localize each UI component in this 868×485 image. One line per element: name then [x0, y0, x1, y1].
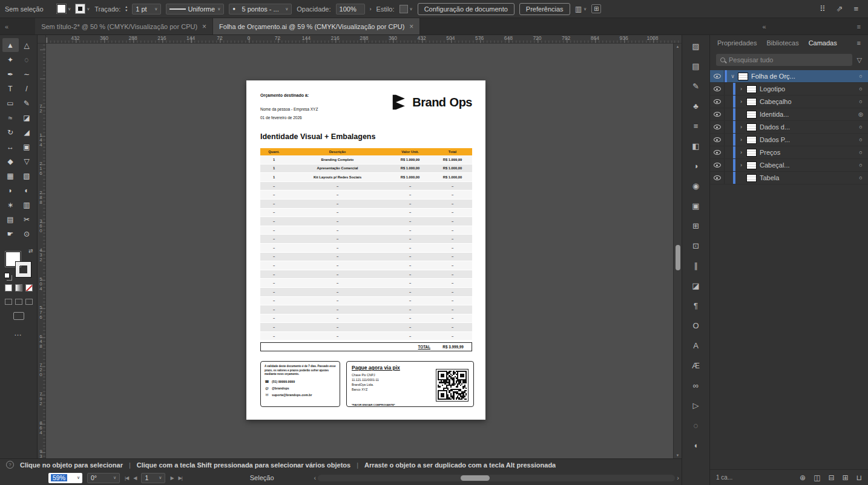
stroke-weight-stepper[interactable]: ▴ ▾	[125, 5, 127, 12]
stepper-down-icon[interactable]: ▾	[125, 9, 127, 12]
paintbrush-tool[interactable]: ✎	[19, 96, 35, 110]
layer-row[interactable]: ›Dados P...○	[710, 134, 868, 146]
none-button[interactable]	[25, 284, 33, 291]
vertical-scrollbar[interactable]: ▲ ▼	[673, 44, 682, 458]
mesh-tool[interactable]: ▦	[2, 169, 19, 183]
links-panel-icon[interactable]: ∞	[689, 379, 703, 391]
shaper-tool[interactable]: ≈	[2, 111, 19, 125]
expand-icon[interactable]: ›	[737, 124, 745, 130]
preferences-button[interactable]: Preferências	[519, 3, 570, 15]
stroke-color-control[interactable]: ∨	[76, 4, 90, 13]
visibility-toggle[interactable]	[710, 172, 725, 184]
target-icon[interactable]: ○	[853, 124, 868, 130]
fill-color-control[interactable]: ∨	[57, 4, 71, 13]
brushes-panel-icon[interactable]: ✎	[689, 80, 703, 92]
workspace-switcher[interactable]: ▥ ∨	[575, 5, 587, 13]
paragraph-panel-icon[interactable]: ¶	[689, 299, 703, 311]
layer-row[interactable]: ›Cabeçal...○	[710, 159, 868, 172]
visibility-toggle[interactable]	[710, 134, 725, 146]
vertical-scrollbar-thumb[interactable]	[676, 245, 680, 270]
style-dropdown[interactable]: ∨	[399, 5, 413, 13]
artboard-number-field[interactable]: 1 ∨	[141, 473, 165, 483]
canvas[interactable]: Orçamento destinado à: Nome da pessoa - …	[46, 44, 673, 458]
collapse-panels-icon[interactable]: «	[762, 23, 766, 30]
vertical-ruler[interactable]: 72144216288360432504576648720792864936	[38, 44, 46, 458]
symbols-panel-icon[interactable]: ♣	[689, 100, 703, 112]
chevron-down-icon[interactable]: ∨	[159, 475, 162, 480]
locate-object-icon[interactable]: ⊕	[800, 474, 806, 482]
color-panel-icon[interactable]: ▨	[689, 40, 703, 52]
new-sublayer-icon[interactable]: ⊟	[829, 474, 835, 482]
gradient-button[interactable]	[15, 284, 22, 291]
target-icon[interactable]: ◎	[853, 111, 868, 117]
appearance-panel-icon[interactable]: ◉	[689, 180, 703, 192]
expand-icon[interactable]: ›	[737, 149, 745, 155]
artboards-panel-icon[interactable]: ⊞	[689, 220, 703, 232]
actions-panel-icon[interactable]: ▷	[689, 399, 703, 411]
horizontal-scrollbar-thumb[interactable]	[461, 475, 490, 481]
eyedropper-tool[interactable]: ◗	[2, 183, 19, 197]
expand-icon[interactable]: ›	[737, 99, 745, 105]
layer-row[interactable]: ∨Folha de Orç...○	[710, 70, 868, 83]
panel-menu-icon[interactable]: ≡	[857, 39, 861, 47]
collapse-tools-icon[interactable]: «	[0, 23, 13, 30]
previous-artboard-icon[interactable]: ◀	[133, 475, 136, 481]
perspective-grid-tool[interactable]: ▽	[19, 154, 35, 168]
stroke-panel-icon[interactable]: ≡	[689, 120, 703, 132]
artboard[interactable]: Orçamento destinado à: Nome da pessoa - …	[246, 80, 485, 420]
eraser-tool[interactable]: ◪	[19, 111, 35, 125]
comments-panel-icon[interactable]: ◖	[689, 439, 703, 451]
tab-close-icon[interactable]: ×	[202, 22, 206, 31]
more-tools-icon[interactable]: …	[0, 328, 37, 337]
layer-row[interactable]: ›Cabeçalho○	[710, 96, 868, 108]
magic-wand-tool[interactable]: ✦	[2, 53, 19, 67]
opentype-panel-icon[interactable]: O	[689, 319, 703, 331]
horizontal-scrollbar[interactable]: ‹ ›	[314, 474, 679, 481]
target-icon[interactable]: ○	[853, 86, 868, 92]
gradient-tool[interactable]: ▧	[19, 169, 35, 183]
color-button[interactable]	[5, 284, 12, 291]
chevron-down-icon[interactable]: ∨	[113, 475, 116, 480]
scale-tool[interactable]: ◢	[19, 125, 35, 139]
layers-search[interactable]	[716, 54, 852, 66]
chevron-down-icon[interactable]: ∨	[68, 7, 71, 11]
lasso-tool[interactable]: ◌	[19, 53, 35, 67]
expand-icon[interactable]: ∨	[729, 73, 737, 79]
expand-icon[interactable]: ›	[737, 162, 745, 168]
line-tool[interactable]: /	[19, 82, 35, 96]
scroll-left-icon[interactable]: ‹	[314, 474, 317, 481]
document-setup-button[interactable]: Configuração de documento	[418, 3, 515, 15]
pen-tool[interactable]: ✒	[2, 67, 19, 81]
artboard-tool[interactable]: ▤	[2, 212, 19, 226]
document-tab[interactable]: Sem título-2* @ 50 % (CMYK/Visualização …	[35, 18, 213, 34]
chevron-down-icon[interactable]: ∨	[154, 7, 157, 11]
glyphs-panel-icon[interactable]: Æ	[689, 359, 703, 371]
tab-bibliotecas[interactable]: Bibliotecas	[766, 39, 798, 47]
pathfinder-panel-icon[interactable]: ◪	[689, 279, 703, 291]
opacity-field[interactable]: 100%	[336, 4, 365, 15]
chevron-right-icon[interactable]: ›	[370, 6, 372, 12]
expand-icon[interactable]: ›	[737, 86, 745, 92]
stroke-weight-field[interactable]: 1 pt ∨	[132, 4, 161, 15]
align-panel-icon[interactable]: ∥	[689, 259, 703, 272]
target-icon[interactable]: ○	[853, 73, 868, 79]
panelbar-menu-icon[interactable]: ≡	[857, 23, 861, 30]
rotation-field[interactable]: 0° ∨	[87, 473, 120, 483]
visibility-toggle[interactable]	[710, 70, 725, 82]
delete-layer-icon[interactable]: ⊔	[856, 474, 862, 482]
new-layer-icon[interactable]: ⊞	[843, 474, 849, 482]
rectangle-tool[interactable]: ▭	[2, 96, 19, 110]
chevron-down-icon[interactable]: ∨	[87, 7, 90, 11]
width-profile-dropdown[interactable]: Uniforme ∨	[166, 4, 224, 15]
gradient-panel-icon[interactable]: ◧	[689, 140, 703, 152]
history-panel-icon[interactable]: ◌	[689, 419, 703, 431]
default-fill-stroke-icon[interactable]	[4, 273, 10, 278]
visibility-toggle[interactable]	[710, 121, 725, 133]
share-icon[interactable]: ⇗	[837, 4, 843, 13]
layer-row[interactable]: Tabela○	[710, 172, 868, 184]
visibility-toggle[interactable]	[710, 83, 725, 95]
transparency-panel-icon[interactable]: ◑	[689, 160, 703, 172]
target-icon[interactable]: ○	[853, 175, 868, 181]
filter-icon[interactable]: ▽	[857, 56, 862, 64]
chevron-down-icon[interactable]: ∨	[217, 7, 220, 11]
